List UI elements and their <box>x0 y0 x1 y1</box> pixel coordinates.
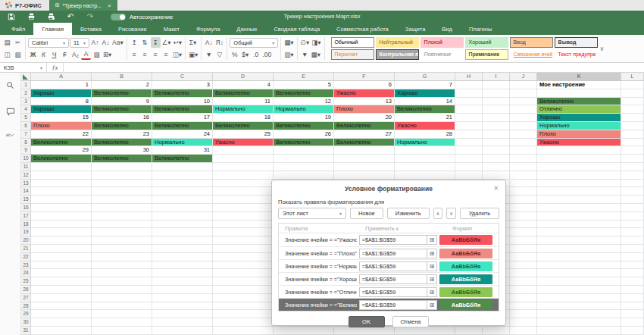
select-range-icon[interactable]: ⊞ <box>427 301 436 309</box>
cell-style-linked-cell[interactable]: Связанная ячей <box>510 49 553 60</box>
select-range-icon[interactable]: ⊞ <box>427 262 436 271</box>
cell-L2[interactable] <box>621 89 644 98</box>
cell-C27[interactable] <box>152 294 213 302</box>
cell-G3[interactable]: 14 <box>395 98 455 106</box>
cell-D26[interactable] <box>213 286 274 294</box>
cell-B3[interactable]: 9 <box>92 98 152 106</box>
cell-A4[interactable]: Хорошо <box>31 105 92 114</box>
column-header-I[interactable]: I <box>483 73 510 81</box>
cell-B8[interactable]: Великолепно <box>92 139 152 147</box>
font-size-select[interactable]: 11▾ <box>70 38 89 48</box>
row-header-27[interactable]: 27 <box>21 294 31 302</box>
cell-L11[interactable] <box>621 163 644 171</box>
currency-style-icon[interactable]: $▾ <box>240 49 250 60</box>
cell-H7[interactable] <box>455 130 483 139</box>
cell-F31[interactable] <box>334 327 395 335</box>
cell-E4[interactable]: Нормально <box>274 105 334 114</box>
bold-icon[interactable]: Ж <box>28 49 38 60</box>
font-name-select[interactable]: Calibri▾ <box>28 38 69 48</box>
cell-D14[interactable] <box>213 187 274 196</box>
select-range-icon[interactable]: ⊞ <box>427 236 436 244</box>
menu-tab-collaboration[interactable]: Совместная работа <box>328 23 397 35</box>
cell-B22[interactable] <box>92 253 152 261</box>
cell-G12[interactable] <box>395 171 455 180</box>
align-middle-icon[interactable]: ⇅ <box>140 37 150 48</box>
cell-L22[interactable] <box>621 253 644 261</box>
cell-L24[interactable] <box>621 269 644 277</box>
insert-cells-icon[interactable]: ▦▾ <box>283 37 294 48</box>
copy-icon[interactable]: ◫ <box>2 49 12 60</box>
cell-D25[interactable] <box>213 277 274 286</box>
row-header-19[interactable]: 19 <box>21 228 31 236</box>
cell-E31[interactable] <box>274 327 334 335</box>
cell-D16[interactable] <box>213 204 274 212</box>
rule-range-input[interactable]: =$A$1:$G$59⊞ <box>359 287 437 297</box>
cell-L27[interactable] <box>621 294 644 302</box>
select-range-icon[interactable]: ⊞ <box>427 288 436 296</box>
cell-L13[interactable] <box>621 180 644 188</box>
cell-B15[interactable] <box>92 196 152 204</box>
cell-L28[interactable] <box>621 302 644 311</box>
row-header-21[interactable]: 21 <box>21 245 31 253</box>
cell-J30[interactable] <box>510 318 537 327</box>
cell-D17[interactable] <box>213 212 274 221</box>
cell-B30[interactable] <box>92 318 152 327</box>
cell-B31[interactable] <box>92 327 152 335</box>
cell-C24[interactable] <box>152 269 213 277</box>
cell-J31[interactable] <box>510 327 537 335</box>
cell-H10[interactable] <box>455 155 483 163</box>
cell-A3[interactable]: 8 <box>31 98 92 106</box>
cell-A21[interactable] <box>31 245 92 253</box>
autosave-toggle[interactable]: Автосохранение <box>111 14 173 20</box>
cell-C25[interactable] <box>152 277 213 286</box>
cell-J13[interactable] <box>510 180 537 188</box>
cell-I10[interactable] <box>483 155 510 163</box>
cell-D4[interactable]: Нормально <box>213 105 274 114</box>
cell-A19[interactable] <box>31 228 92 236</box>
cell-K9[interactable] <box>537 146 621 155</box>
font-color-icon[interactable]: А <box>81 50 91 60</box>
cell-H4[interactable] <box>455 105 483 114</box>
cell-B20[interactable] <box>92 236 152 245</box>
cell-A15[interactable] <box>31 196 92 204</box>
cell-K7[interactable]: Плохо <box>537 130 621 139</box>
cell-D18[interactable] <box>213 221 274 229</box>
cell-J22[interactable] <box>510 253 537 261</box>
cell-C23[interactable] <box>152 261 213 270</box>
cell-J10[interactable] <box>510 155 537 163</box>
cell-D9[interactable] <box>213 146 274 155</box>
menu-tab-pivot[interactable]: Сводная таблица <box>265 23 328 35</box>
paste-icon[interactable]: ▤ <box>2 37 12 48</box>
cell-B14[interactable] <box>92 187 152 196</box>
rule-row-4[interactable]: Значение ячейки = ="Отлично"=$A$1:$G$59⊞… <box>279 285 499 298</box>
cell-J4[interactable] <box>510 105 537 114</box>
cell-L15[interactable] <box>621 196 644 204</box>
cell-E9[interactable] <box>274 146 334 155</box>
borders-icon[interactable]: ⊞▾ <box>102 49 112 60</box>
cell-B7[interactable]: 23 <box>92 130 152 139</box>
cell-D6[interactable]: Великолепно <box>213 122 274 130</box>
conditional-formatting-icon[interactable]: ◨▾ <box>311 37 321 48</box>
cell-B25[interactable] <box>92 277 152 286</box>
cell-D28[interactable] <box>213 302 274 311</box>
cell-style-normal[interactable]: Обычный <box>331 37 374 48</box>
cell-A30[interactable] <box>31 318 92 327</box>
font-increase-icon[interactable]: A↑ <box>90 37 100 48</box>
cell-G6[interactable]: Ужасно <box>395 122 455 130</box>
align-center-icon[interactable]: ≡ <box>140 49 150 60</box>
row-header-29[interactable]: 29 <box>21 310 31 318</box>
cell-C29[interactable] <box>152 310 213 318</box>
cell-J8[interactable] <box>510 139 537 147</box>
cell-L5[interactable] <box>621 114 644 122</box>
underline-icon[interactable]: Ч <box>49 49 59 60</box>
cell-E1[interactable]: 5 <box>274 81 334 89</box>
row-header-17[interactable]: 17 <box>21 212 31 221</box>
cell-H1[interactable] <box>455 81 483 89</box>
cell-A17[interactable] <box>31 212 92 221</box>
rule-range-input[interactable]: =$A$1:$G$59⊞ <box>359 300 437 310</box>
cell-I2[interactable] <box>483 89 510 98</box>
cell-I7[interactable] <box>483 130 510 139</box>
cell-J7[interactable] <box>510 130 537 139</box>
cell-D20[interactable] <box>213 236 274 245</box>
cell-K4[interactable]: Отлично <box>537 105 621 114</box>
